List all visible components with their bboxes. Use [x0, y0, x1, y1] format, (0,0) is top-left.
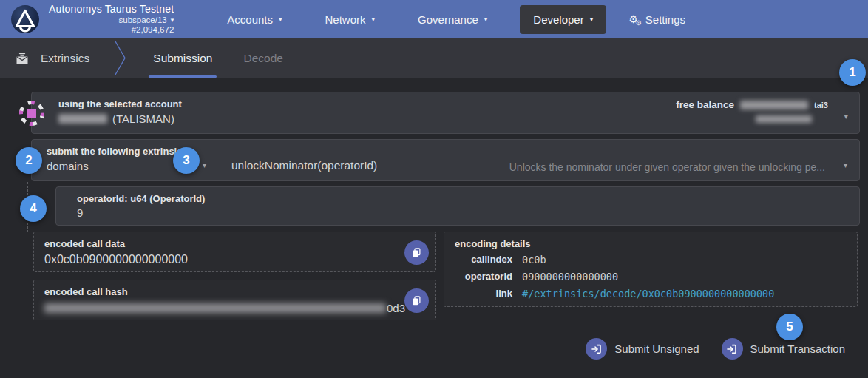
account-expander-chevron-icon[interactable]: ▾	[844, 112, 848, 121]
annotation-marker-1: 1	[839, 59, 866, 86]
redacted-account-name	[58, 114, 107, 124]
encoded-call-hash-label: encoded call hash	[44, 286, 425, 297]
decode-link[interactable]: #/extrinsics/decode/0x0c0b09000000000000…	[522, 288, 774, 300]
menu-accounts-label: Accounts	[227, 13, 273, 26]
menu-governance-label: Governance	[418, 13, 478, 26]
chain-name: Autonomys Taurus Testnet	[49, 3, 174, 16]
method-select[interactable]: unlockNominator(operatorId)	[231, 159, 377, 172]
submit-unsigned-label: Submit Unsigned	[614, 342, 699, 355]
extrinsics-submission-panel: using the selected account (TALISMAN) fr…	[0, 78, 868, 378]
submit-transaction-label: Submit Transaction	[750, 342, 845, 355]
extrinsics-icon	[15, 51, 30, 66]
breadcrumb-chevron-separator	[115, 38, 126, 78]
main-menu: Accounts ▾ Network ▾ Governance ▾ Develo…	[217, 5, 718, 34]
top-navbar: Autonomys Taurus Testnet subspace/13 ▾ #…	[0, 0, 868, 38]
param-row-operatorid: operatorId: u64 (OperatorId)	[55, 186, 860, 226]
method-chevron-down-icon[interactable]: ▾	[844, 161, 847, 169]
link-label: link	[455, 286, 512, 302]
chevron-down-icon: ▾	[372, 16, 376, 23]
account-name-suffix: (TALISMAN)	[112, 112, 174, 125]
operatorid-value: 0900000000000000	[522, 269, 847, 285]
encoded-call-data-value: 0x0c0b0900000000000000	[44, 253, 425, 266]
extrinsic-row-label: submit the following extrinsic	[47, 146, 182, 157]
copy-call-hash-button[interactable]	[404, 288, 429, 313]
menu-settings-label: Settings	[645, 13, 685, 26]
encoding-details-box: encoding details callindex 0c0b operator…	[444, 232, 858, 307]
account-row-label: using the selected account	[58, 98, 182, 109]
chevron-down-icon: ▾	[590, 16, 594, 23]
menu-settings[interactable]: ⚙⚙ Settings	[618, 5, 696, 34]
call-hash-tail: 0d3	[387, 302, 405, 314]
submit-transaction-button[interactable]: Submit Transaction	[722, 338, 845, 360]
runtime-selector[interactable]: subspace/13 ▾	[119, 16, 174, 26]
balance-unit: tai3	[814, 101, 828, 109]
redacted-call-hash	[44, 303, 386, 313]
menu-governance[interactable]: Governance ▾	[407, 5, 498, 34]
section-tabbar: Extrinsics Submission Decode	[0, 38, 868, 78]
encoded-call-data-label: encoded call data	[44, 238, 425, 249]
chevron-down-icon: ▾	[279, 16, 282, 23]
tab-submission[interactable]: Submission	[144, 38, 221, 78]
menu-network[interactable]: Network ▾	[315, 5, 386, 34]
pallet-chevron-down-icon[interactable]: ▾	[203, 161, 206, 169]
page: Autonomys Taurus Testnet subspace/13 ▾ #…	[0, 0, 868, 378]
menu-accounts[interactable]: Accounts ▾	[217, 5, 292, 34]
gears-icon: ⚙⚙	[628, 14, 638, 24]
operatorid-input[interactable]	[77, 206, 521, 219]
param-label: operatorId: u64 (OperatorId)	[77, 193, 859, 204]
best-block-number: #2,094,672	[132, 25, 174, 36]
tab-decode-label: Decode	[243, 52, 282, 65]
section-title: Extrinsics	[41, 52, 89, 65]
free-balance: free balance tai3	[676, 99, 828, 123]
selected-account: using the selected account (TALISMAN)	[58, 98, 182, 125]
annotation-marker-2: 2	[16, 147, 42, 174]
redacted-balance-value	[740, 101, 808, 109]
account-select-row[interactable]: using the selected account (TALISMAN) fr…	[31, 92, 860, 134]
chevron-down-icon: ▾	[171, 17, 174, 24]
annotation-marker-5: 5	[776, 314, 803, 340]
sign-in-icon	[722, 338, 743, 360]
annotation-marker-3: 3	[173, 147, 200, 174]
chain-info: Autonomys Taurus Testnet subspace/13 ▾ #…	[49, 3, 174, 36]
menu-network-label: Network	[325, 13, 366, 26]
encoded-call-hash-box: encoded call hash 0d3	[33, 280, 436, 320]
callindex-label: callindex	[455, 252, 512, 268]
submit-unsigned-button[interactable]: Submit Unsigned	[586, 338, 699, 360]
menu-developer-label: Developer	[533, 13, 583, 26]
encoding-details-title: encoding details	[455, 238, 847, 249]
callindex-value: 0c0b	[522, 252, 847, 268]
extrinsic-select-row: submit the following extrinsic domains ▾…	[31, 139, 860, 181]
free-balance-label: free balance	[676, 99, 734, 110]
operatorid-label: operatorid	[455, 269, 512, 285]
runtime-label: subspace/13	[119, 16, 167, 26]
submit-actions: Submit Unsigned Submit Transaction	[586, 338, 845, 360]
pallet-value: domains	[47, 160, 182, 172]
chevron-down-icon: ▾	[484, 16, 488, 23]
autonomys-logo-icon[interactable]	[10, 4, 40, 34]
menu-developer[interactable]: Developer ▾	[520, 5, 606, 34]
account-identicon[interactable]	[18, 99, 46, 127]
copy-call-data-button[interactable]	[404, 240, 429, 265]
sign-in-icon	[586, 338, 607, 360]
tab-decode[interactable]: Decode	[234, 38, 291, 78]
annotation-marker-4: 4	[20, 195, 47, 222]
redacted-balance-detail	[756, 115, 812, 123]
encoded-call-data-box: encoded call data 0x0c0b0900000000000000	[33, 232, 436, 272]
tab-submission-label: Submission	[153, 52, 212, 65]
pallet-select[interactable]: submit the following extrinsic domains	[47, 146, 182, 172]
method-description: Unlocks the nominator under given operat…	[509, 161, 825, 173]
